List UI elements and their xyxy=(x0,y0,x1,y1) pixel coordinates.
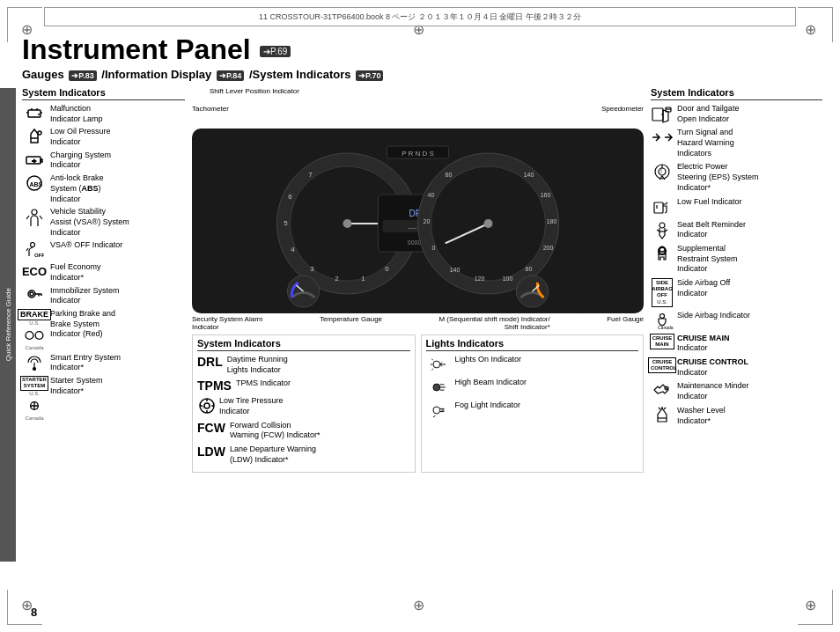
svg-point-7 xyxy=(31,243,35,247)
svg-point-9 xyxy=(28,290,35,298)
svg-point-6 xyxy=(32,209,37,215)
list-item: High Beam Indicator xyxy=(426,378,639,397)
svg-text:!: ! xyxy=(660,168,662,174)
smart-entry-label: Smart Entry SystemIndicator* xyxy=(50,353,185,373)
cruise-main-icon: CRUISE MAIN xyxy=(651,334,674,349)
door-icon xyxy=(651,104,674,123)
door-label: Door and TailgateOpen Indicator xyxy=(677,104,739,124)
lights-indicators: Lights Indicators Lights On Indicator xyxy=(421,334,645,473)
list-item: STARTERSYSTEM U.S. Canada Starter System… xyxy=(22,376,185,420)
maintenance-label: Maintenance MinderIndicator xyxy=(677,381,749,401)
list-item: Immobilizer SystemIndicator xyxy=(22,286,185,306)
eco-label: Fuel EconomyIndicator* xyxy=(50,262,185,283)
page-number: 8 xyxy=(31,606,37,619)
left-section-title: System Indicators xyxy=(22,87,185,100)
side-label-text: Quick Reference Guide xyxy=(4,288,12,361)
svg-point-10 xyxy=(30,292,33,296)
main-title: Instrument Panel xyxy=(22,33,251,65)
title-section: Instrument Panel ➔P.69 Gauges ➔P.83 /Inf… xyxy=(22,33,822,82)
brake-label: Parking Brake andBrake SystemIndicator (… xyxy=(50,309,185,340)
svg-rect-68 xyxy=(654,202,663,213)
fuel-label-text: Fuel Gauge xyxy=(607,315,644,323)
fcw-label: Forward CollisionWarning (FCW) Indicator… xyxy=(230,421,410,441)
list-item: MalfunctionIndicator Lamp xyxy=(22,104,185,124)
maintenance-icon xyxy=(651,381,674,401)
svg-point-69 xyxy=(659,223,665,228)
svg-text:80: 80 xyxy=(526,266,533,272)
list-item: DRL Daytime RunningLights Indicator xyxy=(197,355,410,375)
list-item: ! Electric PowerSteering (EPS) SystemInd… xyxy=(651,162,822,193)
svg-text:60: 60 xyxy=(446,172,453,178)
key-icon xyxy=(22,286,47,305)
tpms-label: TPMS Indicator xyxy=(236,378,410,389)
list-item: Seat Belt ReminderIndicator xyxy=(651,220,822,240)
svg-text:0: 0 xyxy=(385,265,389,273)
list-item: Door and TailgateOpen Indicator xyxy=(651,104,822,124)
svg-point-72 xyxy=(660,313,665,318)
subtitle-sys: /System Indicators xyxy=(249,68,351,81)
svg-text:4: 4 xyxy=(291,246,295,254)
left-indicator-list: MalfunctionIndicator Lamp Low Oil Pressu… xyxy=(22,104,185,421)
fog-icon xyxy=(426,401,453,420)
list-item: Washer LevelIndicator* xyxy=(651,406,822,426)
svg-text:20: 20 xyxy=(424,218,431,224)
list-item: LDW Lane Departure Warning(LDW) Indicato… xyxy=(197,445,410,465)
oil-icon xyxy=(22,127,47,146)
shift-lever-label: Shift Lever Position Indicator xyxy=(210,87,299,95)
starter-icon: STARTERSYSTEM U.S. Canada xyxy=(22,376,47,420)
bottom-cluster-labels: Security System AlarmIndicator Temperatu… xyxy=(192,315,644,331)
system-indicators-bottom: System Indicators DRL Daytime RunningLig… xyxy=(192,334,416,473)
vsa-icon xyxy=(22,207,47,226)
list-item: Vehicle StabilityAssist (VSA®) SystemInd… xyxy=(22,207,185,238)
seatbelt-label: Seat Belt ReminderIndicator xyxy=(677,220,746,240)
list-item: BRAKE U.S. Canada Parking Brake andBrake… xyxy=(22,309,185,350)
svg-text:160: 160 xyxy=(541,192,551,198)
subtitle-sys-ref: ➔P.70 xyxy=(356,70,383,81)
srs-label: SupplementalRestraint SystemIndicator xyxy=(677,244,738,275)
lights-on-icon xyxy=(426,355,453,374)
side-airbag-off-icon: SIDE AIRBAG OFF U.S. xyxy=(651,278,674,307)
subtitle-info: /Information Display xyxy=(101,68,211,81)
high-beam-icon xyxy=(426,378,453,397)
turn-signal-icon xyxy=(651,128,674,147)
list-item: ABS Anti-lock BrakeSystem (ABS)Indicator xyxy=(22,173,185,204)
list-item: Canada Side Airbag Indicator xyxy=(651,311,822,330)
svg-text:3: 3 xyxy=(310,265,314,273)
vsa-off-icon: OFF xyxy=(22,240,47,260)
svg-point-57 xyxy=(204,403,210,408)
svg-text:ABS: ABS xyxy=(30,181,43,187)
list-item: CRUISE CONTROL CRUISE CONTROLIndicator xyxy=(651,357,822,378)
svg-text:140: 140 xyxy=(450,267,461,273)
list-item: Maintenance MinderIndicator xyxy=(651,381,822,401)
svg-point-11 xyxy=(26,331,33,339)
svg-text:2: 2 xyxy=(335,275,339,283)
svg-text:7: 7 xyxy=(308,171,313,179)
lights-on-label: Lights On Indicator xyxy=(455,355,639,365)
svg-text:100: 100 xyxy=(503,276,513,282)
sys-bottom-title: System Indicators xyxy=(197,338,410,351)
list-item: CRUISE MAIN CRUISE MAINIndicator xyxy=(651,334,822,354)
list-item: ! Low Tire PressureIndicator xyxy=(197,396,410,416)
key-label: Immobilizer SystemIndicator xyxy=(50,286,185,306)
top-bar: 11 CROSSTOUR-31TP66400.book 8 ページ ２０１３年１… xyxy=(44,7,796,26)
vsa-label: Vehicle StabilityAssist (VSA®) SystemInd… xyxy=(50,207,185,238)
left-column: System Indicators MalfunctionIndicator L… xyxy=(22,87,185,473)
svg-rect-3 xyxy=(41,159,42,162)
vsa-off-label: VSA® OFF Indicator xyxy=(50,240,185,251)
eco-icon: ECO xyxy=(22,262,47,280)
list-item: SupplementalRestraint SystemIndicator xyxy=(651,244,822,275)
ldw-badge: LDW xyxy=(197,445,225,459)
center-column: Shift Lever Position Indicator Tachomete… xyxy=(192,87,644,473)
tpms-badge: TPMS xyxy=(197,378,232,393)
lights-title: Lights Indicators xyxy=(426,338,639,351)
brake-icon: BRAKE U.S. Canada xyxy=(22,309,47,350)
svg-text:0: 0 xyxy=(432,245,436,251)
svg-text:P R N D S: P R N D S xyxy=(402,150,434,158)
svg-point-49 xyxy=(484,219,493,228)
svg-text:OFF: OFF xyxy=(34,253,44,258)
svg-point-13 xyxy=(33,367,36,370)
svg-text:180: 180 xyxy=(547,218,557,224)
list-item: TPMS TPMS Indicator xyxy=(197,378,410,393)
right-column: System Indicators Door and TailgateOpen … xyxy=(651,87,822,473)
security-label-text: Security System AlarmIndicator xyxy=(192,315,262,331)
